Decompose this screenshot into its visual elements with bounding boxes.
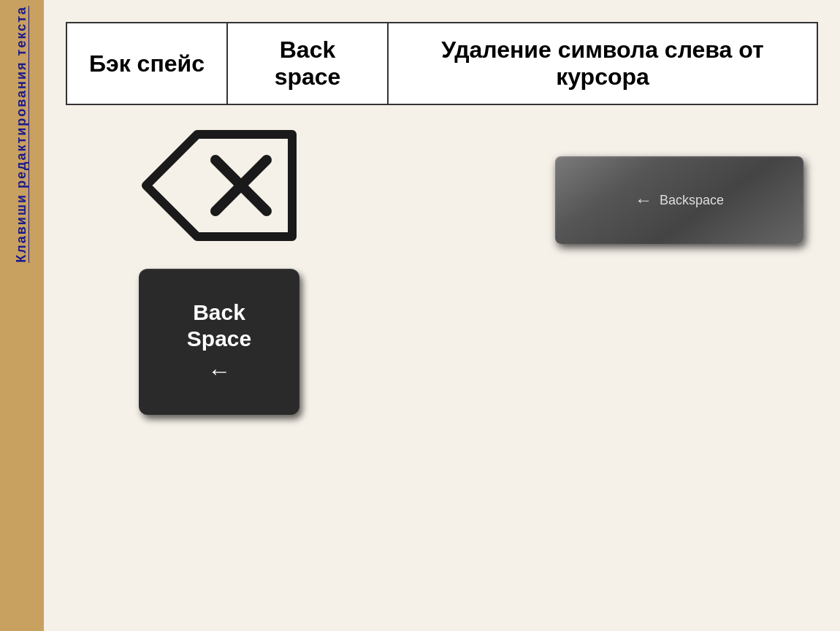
backspace-dark-key: BackSpace ← [139, 269, 299, 415]
info-table: Бэк спейс Back space Удаление символа сл… [66, 22, 818, 105]
dark-key-label: BackSpace [187, 299, 251, 352]
real-key-arrow: ← [635, 190, 652, 210]
table-cell-russian: Бэк спейс [66, 23, 227, 104]
dark-key-arrow: ← [207, 358, 231, 385]
backspace-symbol-icon [139, 127, 299, 247]
main-content: Бэк спейс Back space Удаление символа сл… [44, 0, 840, 631]
sidebar: Клавиши редактирования текста [0, 0, 44, 631]
sidebar-label: Клавиши редактирования текста [13, 6, 30, 263]
table-cell-description: Удаление символа слева от курсора [388, 23, 817, 104]
right-section: ← Backspace [541, 156, 818, 244]
backspace-real-key: ← Backspace [555, 156, 803, 244]
left-section: BackSpace ← [66, 127, 373, 415]
real-key-label: Backspace [660, 193, 724, 208]
table-cell-english: Back space [227, 23, 388, 104]
content-area: BackSpace ← ← Backspace [66, 120, 818, 616]
